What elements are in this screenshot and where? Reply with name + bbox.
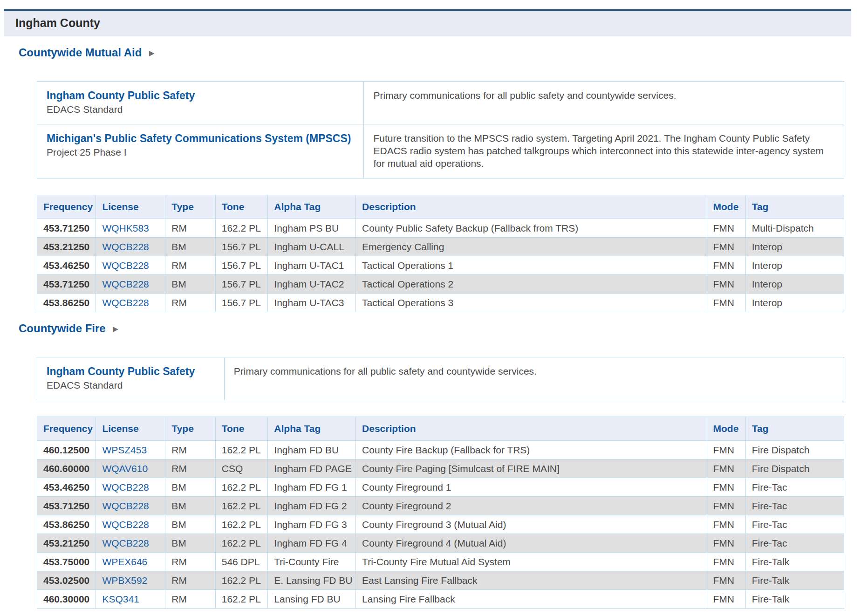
system-row: Michigan's Public Safety Communications … xyxy=(37,124,844,178)
section-link-countywide-mutual-aid[interactable]: Countywide Mutual Aid xyxy=(19,46,142,59)
expand-arrow-icon[interactable]: ▶ xyxy=(149,49,155,57)
license-cell: WQAV610 xyxy=(96,459,165,478)
mode-cell: FMN xyxy=(707,478,745,497)
alpha-tag-cell: Ingham U-TAC3 xyxy=(268,294,356,312)
type-cell: BM xyxy=(165,497,215,515)
tone-cell: 156.7 PL xyxy=(215,256,268,275)
system-description: Future transition to the MPSCS radio sys… xyxy=(364,124,844,178)
column-header-tone: Tone xyxy=(215,417,268,441)
column-header-mode: Mode xyxy=(707,417,745,441)
tag-cell: Multi-Dispatch xyxy=(745,219,844,238)
type-cell: RM xyxy=(165,256,215,275)
type-cell: BM xyxy=(165,238,215,256)
column-header-description: Description xyxy=(356,195,707,219)
system-info-table: Ingham County Public SafetyEDACS Standar… xyxy=(37,357,844,400)
type-cell: BM xyxy=(165,478,215,497)
mode-cell: FMN xyxy=(707,256,745,275)
license-cell: WQCB228 xyxy=(96,275,165,294)
expand-arrow-icon[interactable]: ▶ xyxy=(113,325,118,333)
license-link[interactable]: WQCB228 xyxy=(102,538,149,548)
tag-cell: Fire-Talk xyxy=(745,571,844,590)
section-heading: Countywide Fire ▶ xyxy=(19,322,861,335)
frequency-row: 453.46250WQCB228BM162.2 PLIngham FD FG 1… xyxy=(37,478,844,497)
frequency-row: 453.86250WQCB228RM156.7 PLIngham U-TAC3T… xyxy=(37,294,844,312)
alpha-tag-cell: Ingham FD PAGE xyxy=(268,459,356,478)
frequency-row: 453.71250WQCB228BM162.2 PLIngham FD FG 2… xyxy=(37,497,844,515)
license-link[interactable]: WQCB228 xyxy=(102,241,149,252)
column-header-alpha-tag: Alpha Tag xyxy=(268,195,356,219)
type-cell: BM xyxy=(165,275,215,294)
description-cell: County Fire Backup (Fallback for TRS) xyxy=(356,441,707,459)
tag-cell: Fire-Talk xyxy=(745,553,844,571)
system-row: Ingham County Public SafetyEDACS Standar… xyxy=(37,357,844,400)
county-header-bar: Ingham County xyxy=(4,9,851,36)
tag-cell: Fire Dispatch xyxy=(745,441,844,459)
license-link[interactable]: WQCB228 xyxy=(102,482,149,493)
description-cell: County Fireground 4 (Mutual Aid) xyxy=(356,534,707,553)
frequency-row: 453.46250WQCB228RM156.7 PLIngham U-TAC1T… xyxy=(37,256,844,275)
license-link[interactable]: WQCB228 xyxy=(102,297,149,308)
tone-cell: 162.2 PL xyxy=(215,441,268,459)
tone-cell: 162.2 PL xyxy=(215,219,268,238)
alpha-tag-cell: E. Lansing FD BU xyxy=(268,571,356,590)
tone-cell: 162.2 PL xyxy=(215,515,268,534)
tag-cell: Interop xyxy=(745,256,844,275)
tag-cell: Fire-Tac xyxy=(745,534,844,553)
license-link[interactable]: WQCB228 xyxy=(102,279,149,289)
system-cell: Ingham County Public SafetyEDACS Standar… xyxy=(37,357,225,400)
tag-cell: Interop xyxy=(745,294,844,312)
tone-cell: 156.7 PL xyxy=(215,275,268,294)
frequency-row: 460.12500WPSZ453RM162.2 PLIngham FD BUCo… xyxy=(37,441,844,459)
system-info-table: Ingham County Public SafetyEDACS Standar… xyxy=(37,81,844,178)
type-cell: RM xyxy=(165,441,215,459)
license-link[interactable]: KSQ341 xyxy=(102,594,139,604)
license-link[interactable]: WPBX592 xyxy=(102,575,147,586)
mode-cell: FMN xyxy=(707,515,745,534)
system-link[interactable]: Ingham County Public Safety xyxy=(47,365,195,378)
frequency-row: 453.86250WQCB228BM162.2 PLIngham FD FG 3… xyxy=(37,515,844,534)
license-link[interactable]: WPEX646 xyxy=(102,556,147,567)
mode-cell: FMN xyxy=(707,238,745,256)
frequency-row: 453.75000WPEX646RM546 DPLTri-County Fire… xyxy=(37,553,844,571)
frequency-cell: 460.60000 xyxy=(37,459,96,478)
tone-cell: 162.2 PL xyxy=(215,534,268,553)
frequency-row: 460.30000KSQ341RM162.2 PLLansing FD BULa… xyxy=(37,590,844,609)
tag-cell: Fire-Talk xyxy=(745,590,844,609)
tag-cell: Interop xyxy=(745,238,844,256)
tag-cell: Fire-Tac xyxy=(745,515,844,534)
frequency-row: 453.02500WPBX592RM162.2 PLE. Lansing FD … xyxy=(37,571,844,590)
license-link[interactable]: WQAV610 xyxy=(102,463,148,474)
type-cell: RM xyxy=(165,571,215,590)
system-link[interactable]: Michigan's Public Safety Communications … xyxy=(47,132,351,145)
license-link[interactable]: WQCB228 xyxy=(102,519,149,530)
frequency-row: 453.21250WQCB228BM156.7 PLIngham U-CALLE… xyxy=(37,238,844,256)
frequency-cell: 453.46250 xyxy=(37,256,96,275)
frequency-row: 453.71250WQCB228BM156.7 PLIngham U-TAC2T… xyxy=(37,275,844,294)
column-header-type: Type xyxy=(165,417,215,441)
frequency-cell: 453.71250 xyxy=(37,219,96,238)
frequency-row: 460.60000WQAV610RMCSQIngham FD PAGECount… xyxy=(37,459,844,478)
header-row: FrequencyLicenseTypeToneAlpha TagDescrip… xyxy=(37,195,844,219)
frequency-cell: 453.86250 xyxy=(37,515,96,534)
alpha-tag-cell: Ingham FD FG 4 xyxy=(268,534,356,553)
license-cell: WQCB228 xyxy=(96,515,165,534)
description-cell: East Lansing Fire Fallback xyxy=(356,571,707,590)
frequency-row: 453.71250WQHK583RM162.2 PLIngham PS BUCo… xyxy=(37,219,844,238)
alpha-tag-cell: Ingham U-CALL xyxy=(268,238,356,256)
description-cell: Tactical Operations 3 xyxy=(356,294,707,312)
license-link[interactable]: WPSZ453 xyxy=(102,445,147,455)
system-link[interactable]: Ingham County Public Safety xyxy=(47,89,195,102)
description-cell: Tactical Operations 2 xyxy=(356,275,707,294)
type-cell: BM xyxy=(165,515,215,534)
section-link-countywide-fire[interactable]: Countywide Fire xyxy=(19,322,106,335)
alpha-tag-cell: Ingham U-TAC1 xyxy=(268,256,356,275)
license-cell: WPBX592 xyxy=(96,571,165,590)
license-link[interactable]: WQCB228 xyxy=(102,500,149,511)
description-cell: County Fireground 3 (Mutual Aid) xyxy=(356,515,707,534)
mode-cell: FMN xyxy=(707,219,745,238)
license-link[interactable]: WQHK583 xyxy=(102,223,149,233)
alpha-tag-cell: Lansing FD BU xyxy=(268,590,356,609)
alpha-tag-cell: Ingham FD BU xyxy=(268,441,356,459)
column-header-license: License xyxy=(96,417,165,441)
license-link[interactable]: WQCB228 xyxy=(102,260,149,271)
